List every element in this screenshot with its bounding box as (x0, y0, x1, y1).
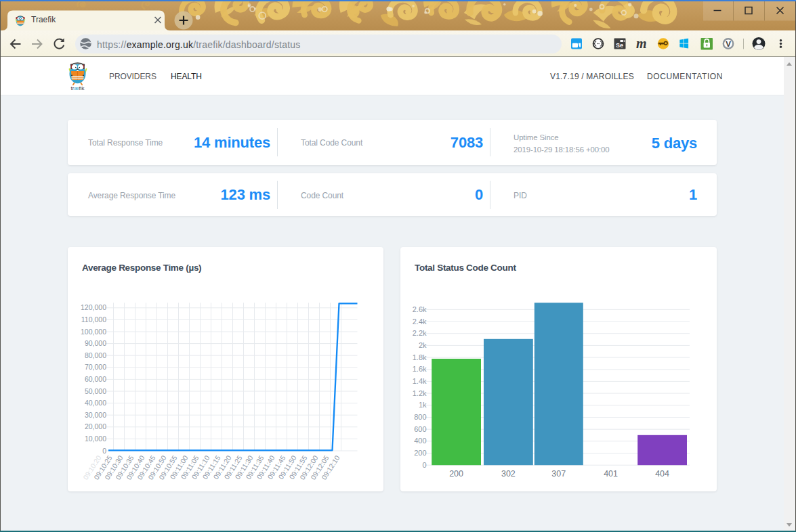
svg-text:400: 400 (414, 437, 426, 445)
svg-text:1.2k: 1.2k (413, 389, 427, 397)
svg-text:0: 0 (422, 461, 426, 469)
svg-text:600: 600 (414, 425, 426, 433)
svg-text:800: 800 (414, 413, 426, 421)
svg-text:200: 200 (449, 469, 463, 479)
svg-text:2.4k: 2.4k (413, 317, 427, 326)
svg-text:307: 307 (551, 469, 566, 479)
svg-text:0: 0 (102, 447, 106, 455)
svg-text:120,000: 120,000 (81, 303, 106, 311)
svg-text:20,000: 20,000 (85, 422, 106, 430)
svg-text:V: V (726, 40, 731, 48)
svg-text:70,000: 70,000 (85, 363, 106, 371)
svg-text:Se: Se (616, 42, 623, 49)
svg-text:2k: 2k (419, 341, 427, 349)
svg-text:60,000: 60,000 (85, 375, 106, 383)
svg-text:302: 302 (501, 469, 516, 479)
svg-text:2.2k: 2.2k (413, 329, 427, 337)
svg-text:2.6k: 2.6k (413, 305, 427, 313)
svg-text:404: 404 (655, 469, 669, 479)
svg-text:1.8k: 1.8k (413, 353, 427, 361)
svg-text:40,000: 40,000 (85, 399, 106, 407)
svg-text:træfik: træfik (70, 85, 85, 91)
svg-text:110,000: 110,000 (81, 315, 106, 324)
svg-text:50,000: 50,000 (85, 387, 106, 395)
svg-text:100,000: 100,000 (81, 328, 106, 336)
svg-text:m: m (636, 36, 647, 51)
svg-text:1.4k: 1.4k (413, 377, 427, 385)
svg-text:10,000: 10,000 (85, 435, 106, 443)
svg-text:1.6k: 1.6k (413, 365, 427, 373)
svg-text:1k: 1k (419, 401, 427, 409)
svg-text:401: 401 (604, 469, 618, 479)
svg-text:200: 200 (414, 449, 426, 457)
svg-text:90,000: 90,000 (85, 339, 106, 347)
svg-text:30,000: 30,000 (85, 411, 106, 419)
svg-text:80,000: 80,000 (85, 351, 106, 359)
